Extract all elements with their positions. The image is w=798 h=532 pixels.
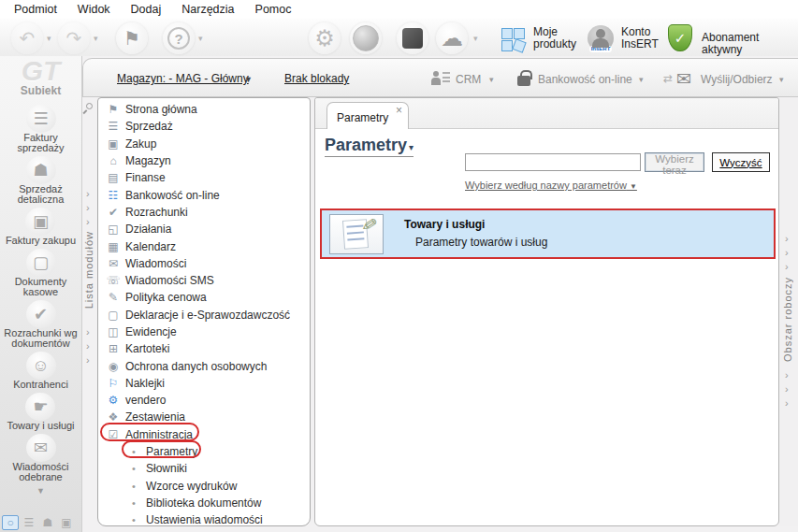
module-item[interactable]: ❖Zestawienia xyxy=(98,409,310,425)
module-item[interactable]: ◉Ochrona danych osobowych xyxy=(98,357,310,374)
expand-chevron-icon[interactable]: › xyxy=(785,398,789,408)
module-item[interactable]: ⚑Strona główna xyxy=(98,101,310,118)
sidebar-more-icon[interactable]: ▼ xyxy=(36,486,45,496)
back-dropdown-icon[interactable]: ▾ xyxy=(47,34,51,43)
module-label: Deklaracje i e-Sprawozdawczość xyxy=(125,309,290,322)
submodule-wzorce-wydrukow[interactable]: •Wzorce wydruków xyxy=(98,478,310,495)
expand-chevron-icon[interactable]: › xyxy=(86,203,90,212)
tab-close-icon[interactable]: × xyxy=(396,104,402,117)
page-title[interactable]: Parametry▾ xyxy=(325,136,414,157)
actions-icon: ◱ xyxy=(106,223,121,236)
sidebar-item-faktury-sprzedazy[interactable]: ☰ Faktury sprzedaży xyxy=(1,105,81,153)
tab-parametry[interactable]: Parametry × xyxy=(326,102,409,129)
submodule-ustawienia[interactable]: •Ustawienia wiadomości xyxy=(98,511,310,528)
wybierz-teraz-button[interactable]: Wybierz teraz xyxy=(645,152,704,172)
module-item[interactable]: ▤Finanse xyxy=(98,169,310,186)
menu-bar: Podmiot Widok Dodaj Narzędzia Pomoc xyxy=(0,0,798,19)
parameter-search-input[interactable] xyxy=(465,153,641,171)
back-button[interactable]: ↶ xyxy=(11,22,43,54)
module-item[interactable]: ☏Wiadomości SMS xyxy=(98,272,310,289)
sidebar-item-kontrahenci[interactable]: ☺ Kontrahenci xyxy=(13,352,68,390)
submodule-parametry[interactable]: •Parametry xyxy=(98,443,310,460)
submodule-biblioteka[interactable]: •Biblioteka dokumentów xyxy=(98,495,310,511)
menu-narzedzia[interactable]: Narzędzia xyxy=(171,1,244,18)
magazyn-dropdown-icon[interactable]: ▼ xyxy=(244,75,253,84)
sphere-module-button[interactable] xyxy=(397,22,428,54)
module-label: Ewidencje xyxy=(125,325,177,338)
module-item[interactable]: ▣Zakup xyxy=(98,136,310,152)
crm-label[interactable]: CRM xyxy=(456,73,481,86)
sidebar-item-towary-uslugi[interactable]: ☛ Towary i usługi xyxy=(7,393,74,431)
wyslij-odbierz-label[interactable]: Wyślij/Odbierz xyxy=(701,73,773,86)
expand-chevron-icon[interactable]: › xyxy=(785,248,789,257)
title-dropdown-icon: ▾ xyxy=(409,142,414,152)
help-button[interactable]: ? xyxy=(163,22,195,54)
sidebar-item-dokumenty-kasowe[interactable]: ▢ Dokumenty kasowe xyxy=(1,249,81,297)
flag-button[interactable]: ⚑ xyxy=(116,22,148,54)
menu-widok[interactable]: Widok xyxy=(67,1,121,18)
module-item[interactable]: ☷Bankowość on-line xyxy=(98,186,310,203)
filter-by-name-link[interactable]: Wybierz według nazwy parametrów ▼ xyxy=(465,180,637,191)
forward-button[interactable]: ↷ xyxy=(58,22,90,54)
module-item[interactable]: ◱Działania xyxy=(98,221,310,237)
expand-chevron-icon[interactable]: › xyxy=(785,262,789,271)
expand-chevron-icon[interactable]: › xyxy=(785,384,789,394)
view-coins-icon[interactable]: ☰ xyxy=(21,515,37,530)
wyslij-dropdown-icon[interactable]: ▾ xyxy=(779,75,784,84)
crm-dropdown-icon[interactable]: ▾ xyxy=(489,75,494,84)
cloud-data-button[interactable]: ☁ xyxy=(436,22,468,54)
bankowosc-label[interactable]: Bankowość on-line xyxy=(538,73,632,86)
moje-produkty-button[interactable] xyxy=(501,26,526,53)
module-item[interactable]: ▦Kalendarz xyxy=(98,237,310,254)
moje-produkty-label[interactable]: Moje produkty xyxy=(533,26,591,50)
module-item[interactable]: ☰Sprzedaż xyxy=(98,118,310,135)
module-item-administracja[interactable]: ☑Administracja xyxy=(98,426,310,443)
result-towary-i-uslugi[interactable]: ✎ Towary i usługi Parametry towarów i us… xyxy=(320,208,776,259)
menu-dodaj[interactable]: Dodaj xyxy=(121,1,172,18)
module-item[interactable]: ✎Polityka cenowa xyxy=(98,289,310,306)
view-boxes-icon[interactable]: ▣ xyxy=(58,515,75,530)
abonament-badge[interactable]: ✓ xyxy=(668,24,692,51)
expand-chevron-icon[interactable]: › xyxy=(785,234,789,243)
konto-insert-button[interactable]: InsERT xyxy=(588,25,614,54)
pin-icon[interactable] xyxy=(86,103,93,109)
module-item[interactable]: ⚐Naklejki xyxy=(98,375,310,392)
wyczysc-button[interactable]: Wyczyść xyxy=(712,152,770,172)
cash-documents-icon: ▢ xyxy=(26,249,56,277)
view-register-icon[interactable]: ☗ xyxy=(39,515,56,530)
expand-chevron-icon[interactable]: › xyxy=(86,217,90,226)
module-item[interactable]: ◫Ewidencje xyxy=(98,324,310,340)
contractor-person-icon: ☺ xyxy=(26,352,56,380)
submodule-slowniki[interactable]: •Słowniki xyxy=(98,460,310,477)
brak-blokady-link[interactable]: Brak blokady xyxy=(284,72,349,85)
konto-insert-label[interactable]: Konto InsERT xyxy=(621,26,670,50)
online-services-button[interactable] xyxy=(350,22,382,54)
expand-chevron-icon[interactable]: › xyxy=(86,327,90,337)
forward-dropdown-icon[interactable]: ▾ xyxy=(94,34,98,43)
filter-link-text: Wybierz według nazwy parametrów xyxy=(465,180,627,191)
menu-pomoc[interactable]: Pomoc xyxy=(245,1,302,18)
bankowosc-dropdown-icon[interactable]: ▾ xyxy=(639,75,644,84)
expand-chevron-icon[interactable]: › xyxy=(86,355,90,365)
expand-chevron-icon[interactable]: › xyxy=(785,370,789,380)
module-label: Wiadomości xyxy=(125,257,186,270)
magazyn-selector[interactable]: Magazyn: - MAG - Główny xyxy=(117,72,249,85)
submodule-label: Ustawienia wiadomości xyxy=(146,513,263,526)
view-circle-icon[interactable]: ○ xyxy=(2,515,19,530)
sidebar-item-wiadomosci-odebrane[interactable]: ✉ Wiadomości odebrane xyxy=(1,434,81,482)
module-item[interactable]: ⚙vendero xyxy=(98,392,310,409)
expand-chevron-icon[interactable]: › xyxy=(86,341,90,351)
module-item[interactable]: ✉Wiadomości xyxy=(98,255,310,272)
help-dropdown-icon[interactable]: ▾ xyxy=(198,34,203,43)
sidebar-item-sprzedaz-detaliczna[interactable]: ☗ Sprzedaż detaliczna xyxy=(1,156,81,205)
cloud-dropdown-icon[interactable]: ▾ xyxy=(473,34,478,43)
module-item[interactable]: ⊞Kartoteki xyxy=(98,340,310,357)
sidebar-item-rozrachunki[interactable]: ✔ Rozrachunki wg dokumentów xyxy=(1,300,81,349)
module-item[interactable]: ⌂Magazyn xyxy=(98,152,310,169)
module-item[interactable]: ▢Deklaracje i e-Sprawozdawczość xyxy=(98,307,310,324)
sidebar-item-faktury-zakupu[interactable]: ▣ Faktury zakupu xyxy=(6,208,76,246)
menu-podmiot[interactable]: Podmiot xyxy=(4,1,67,18)
settings-button[interactable]: ⚙ xyxy=(309,22,341,54)
module-item[interactable]: ✔Rozrachunki xyxy=(98,204,310,221)
expand-chevron-icon[interactable]: › xyxy=(86,189,90,198)
